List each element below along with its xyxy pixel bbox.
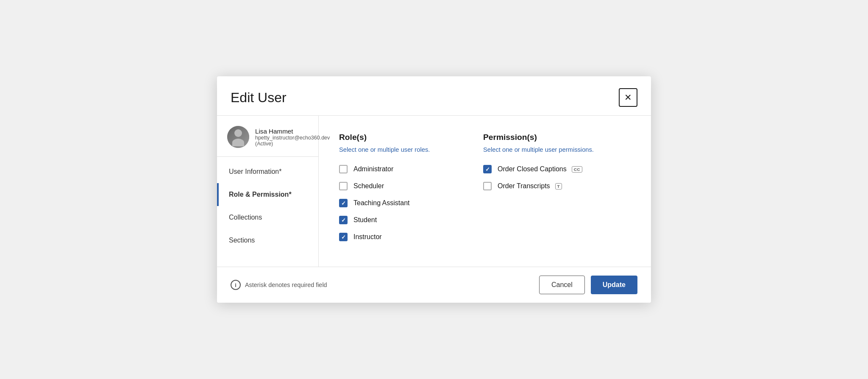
modal-header: Edit User ✕ <box>217 76 651 116</box>
update-button[interactable]: Update <box>591 276 637 294</box>
transcript-badge: T <box>555 183 562 190</box>
cc-badge: CC <box>572 166 582 173</box>
role-instructor-checkbox[interactable] <box>339 233 348 241</box>
footer-buttons: Cancel Update <box>539 276 637 294</box>
user-info-section: Lisa Hammet hpetty_instructor@echo360.de… <box>217 126 318 157</box>
permissions-heading: Permission(s) <box>483 133 594 142</box>
permission-closed-captions-checkbox[interactable] <box>483 165 492 173</box>
role-teaching-assistant-checkbox[interactable] <box>339 199 348 207</box>
permission-transcripts-item[interactable]: Order Transcripts T <box>483 182 594 190</box>
role-student-label: Student <box>353 216 377 224</box>
role-scheduler-label: Scheduler <box>353 182 384 190</box>
permission-transcripts-label: Order Transcripts T <box>498 182 562 190</box>
role-scheduler-item[interactable]: Scheduler <box>339 182 449 190</box>
sidebar-item-role-permission[interactable]: Role & Permission* <box>217 183 318 206</box>
role-teaching-assistant-label: Teaching Assistant <box>353 199 410 207</box>
sidebar-item-sections[interactable]: Sections <box>217 229 318 252</box>
permission-closed-captions-item[interactable]: Order Closed Captions CC <box>483 165 594 173</box>
avatar-image <box>227 126 249 148</box>
close-button[interactable]: ✕ <box>619 88 637 107</box>
roles-heading: Role(s) <box>339 133 449 142</box>
permissions-section: Permission(s) Select one or multiple use… <box>483 133 594 250</box>
modal-footer: i Asterisk denotes required field Cancel… <box>217 267 651 303</box>
avatar <box>227 126 249 148</box>
permissions-subtext: Select one or multiple user permissions. <box>483 146 594 153</box>
edit-user-modal: Edit User ✕ Lisa Hammet hpetty_instructo… <box>217 76 651 303</box>
role-teaching-assistant-item[interactable]: Teaching Assistant <box>339 199 449 207</box>
role-scheduler-checkbox[interactable] <box>339 182 348 190</box>
role-instructor-item[interactable]: Instructor <box>339 233 449 241</box>
sidebar-item-collections[interactable]: Collections <box>217 206 318 229</box>
role-student-checkbox[interactable] <box>339 216 348 224</box>
info-icon: i <box>231 280 241 290</box>
sidebar: Lisa Hammet hpetty_instructor@echo360.de… <box>217 116 319 267</box>
roles-subtext: Select one or multiple user roles. <box>339 146 449 153</box>
footer-note: i Asterisk denotes required field <box>231 280 327 290</box>
footer-note-text: Asterisk denotes required field <box>245 281 327 288</box>
main-content: Role(s) Select one or multiple user role… <box>319 116 651 267</box>
modal-title: Edit User <box>231 90 287 106</box>
role-administrator-checkbox[interactable] <box>339 165 348 173</box>
permission-closed-captions-label: Order Closed Captions CC <box>498 165 582 173</box>
sidebar-item-user-information[interactable]: User Information* <box>217 160 318 183</box>
sidebar-nav: User Information* Role & Permission* Col… <box>217 160 318 252</box>
role-administrator-label: Administrator <box>353 165 393 173</box>
modal-body: Lisa Hammet hpetty_instructor@echo360.de… <box>217 116 651 267</box>
cancel-button[interactable]: Cancel <box>539 276 585 294</box>
permission-transcripts-checkbox[interactable] <box>483 182 492 190</box>
role-instructor-label: Instructor <box>353 233 382 241</box>
role-administrator-item[interactable]: Administrator <box>339 165 449 173</box>
role-student-item[interactable]: Student <box>339 216 449 224</box>
roles-section: Role(s) Select one or multiple user role… <box>339 133 449 250</box>
